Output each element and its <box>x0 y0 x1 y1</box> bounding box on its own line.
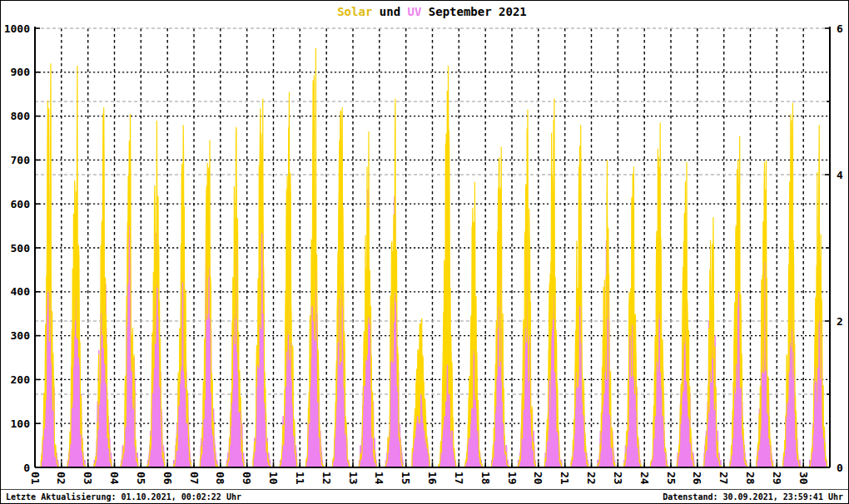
x-axis-day-label: 07 <box>188 472 201 485</box>
footer-last-update: Letzte Aktualisierung: 01.10.2021, 00:02… <box>6 492 241 502</box>
x-axis-day-label: 28 <box>744 472 757 485</box>
x-axis-day-label: 30 <box>797 472 810 485</box>
x-axis-day-label: 29 <box>771 472 783 485</box>
x-axis-day-label: 09 <box>241 472 253 485</box>
left-axis-tick-label: 800 <box>11 110 31 122</box>
x-axis-day-label: 17 <box>453 472 465 485</box>
x-axis-day-label: 11 <box>294 472 306 485</box>
x-axis-day-label: 21 <box>559 472 571 485</box>
x-axis-day-label: 24 <box>638 472 651 485</box>
x-axis-day-label: 12 <box>320 472 333 485</box>
x-axis-day-label: 02 <box>55 472 67 485</box>
x-axis-day-label: 19 <box>506 472 519 485</box>
footer-data-timestamp: Datenstand: 30.09.2021, 23:59:41 Uhr <box>663 492 843 502</box>
x-axis-day-label: 22 <box>585 472 598 485</box>
x-axis-day-label: 15 <box>400 472 412 485</box>
x-axis-day-label: 23 <box>612 472 624 485</box>
left-axis-tick-label: 100 <box>11 418 31 430</box>
x-axis-day-label: 05 <box>135 472 147 485</box>
x-axis-day-label: 26 <box>691 472 703 485</box>
x-axis-day-label: 25 <box>665 472 678 485</box>
left-axis-tick-label: 1000 <box>4 22 30 35</box>
x-axis-day-label: 06 <box>161 472 174 485</box>
title-und-text: und <box>372 5 407 18</box>
right-axis-tick-label: 6 <box>837 22 843 35</box>
left-axis-tick-label: 300 <box>11 329 31 342</box>
x-axis-day-label: 01 <box>29 472 42 485</box>
right-axis-tick-label: 4 <box>837 169 843 181</box>
left-axis-tick-label: 600 <box>11 198 31 210</box>
x-axis-day-label: 14 <box>373 472 385 485</box>
chart-window: Solar und UV September 2021 010020030040… <box>0 0 849 504</box>
x-axis-day-label: 03 <box>82 472 94 485</box>
x-axis-day-label: 08 <box>214 472 226 485</box>
left-axis-tick-label: 900 <box>11 66 31 78</box>
x-axis-day-label: 20 <box>532 472 544 485</box>
chart-title: Solar und UV September 2021 <box>337 5 527 18</box>
title-solar-label: Solar <box>337 5 372 18</box>
left-axis-tick-label: 700 <box>11 154 31 166</box>
left-axis-tick-label: 400 <box>11 285 31 298</box>
chart-canvas: 0100200300400500600700800900100002460102… <box>1 1 848 489</box>
left-axis-tick-label: 500 <box>11 242 31 254</box>
x-axis-day-label: 10 <box>267 472 280 485</box>
x-axis-day-label: 27 <box>717 472 730 485</box>
x-axis-day-label: 04 <box>108 472 121 485</box>
right-axis-tick-label: 2 <box>837 315 843 328</box>
x-axis-day-label: 16 <box>426 472 439 485</box>
title-rest-text: September 2021 <box>421 5 526 18</box>
left-axis-tick-label: 200 <box>11 373 31 386</box>
x-axis-day-label: 13 <box>347 472 360 485</box>
x-axis-day-label: 18 <box>479 472 492 485</box>
footer-separator <box>1 489 848 490</box>
right-axis-tick-label: 0 <box>837 462 843 474</box>
title-uv-label: UV <box>408 5 422 18</box>
